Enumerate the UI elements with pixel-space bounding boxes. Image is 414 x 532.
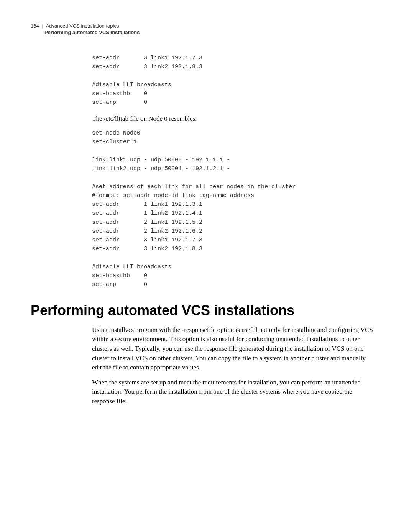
page-number: 164 (31, 23, 39, 29)
paragraph-2: Using installvcs program with the -respo… (92, 325, 376, 373)
paragraph-intro: The /etc/llttab file on Node 0 resembles… (92, 114, 376, 124)
header-subtitle: Performing automated VCS installations (44, 30, 376, 35)
section-heading: Performing automated VCS installations (31, 302, 376, 319)
code-block-2: set-node Node0 set-cluster 1 link link1 … (92, 129, 376, 289)
page-header: 164 | Advanced VCS installation topics (31, 23, 376, 29)
header-separator: | (42, 23, 43, 29)
header-title: Advanced VCS installation topics (46, 23, 119, 29)
code-block-1: set-addr 3 link1 192.1.7.3 set-addr 3 li… (92, 54, 376, 107)
paragraph-3: When the systems are set up and meet the… (92, 378, 376, 406)
